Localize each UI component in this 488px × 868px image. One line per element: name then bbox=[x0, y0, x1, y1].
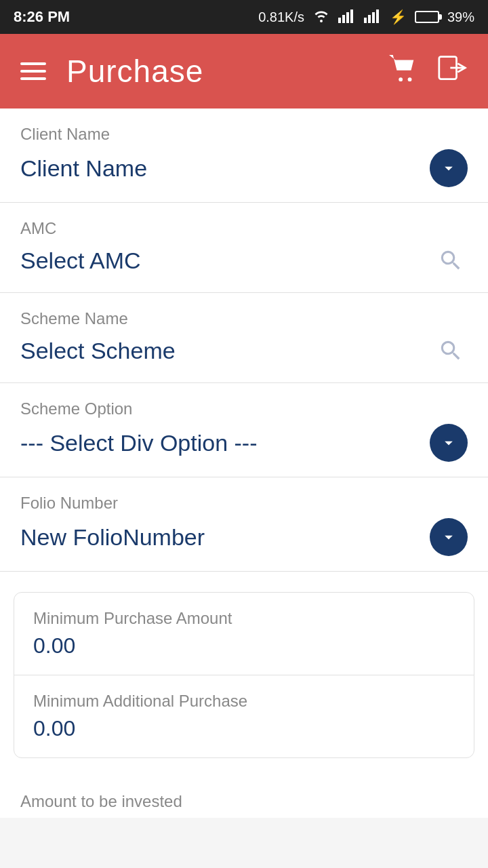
charging-icon: ⚡ bbox=[390, 9, 407, 25]
battery-percent: 39% bbox=[447, 9, 474, 25]
svg-rect-1 bbox=[342, 15, 345, 23]
amc-row: Select AMC bbox=[20, 243, 468, 284]
client-name-value[interactable]: Client Name bbox=[20, 155, 147, 182]
amc-label: AMC bbox=[20, 219, 468, 238]
folio-number-dropdown[interactable] bbox=[430, 518, 468, 556]
svg-rect-5 bbox=[368, 15, 371, 23]
wifi-icon bbox=[312, 8, 330, 26]
scheme-name-section: Scheme Name Select Scheme bbox=[0, 293, 488, 383]
network-speed: 0.81K/s bbox=[258, 9, 304, 25]
main-content: Client Name Client Name AMC Select AMC S… bbox=[0, 108, 488, 818]
scheme-option-value[interactable]: --- Select Div Option --- bbox=[20, 430, 258, 456]
folio-number-value[interactable]: New FolioNumber bbox=[20, 524, 205, 551]
client-name-section: Client Name Client Name bbox=[0, 108, 488, 203]
min-purchase-row: Minimum Purchase Amount 0.00 bbox=[14, 593, 474, 675]
scheme-option-section: Scheme Option --- Select Div Option --- bbox=[0, 383, 488, 477]
page-title: Purchase bbox=[66, 53, 203, 90]
min-additional-label: Minimum Additional Purchase bbox=[33, 692, 455, 711]
scheme-name-row: Select Scheme bbox=[20, 334, 468, 374]
client-name-label: Client Name bbox=[20, 125, 468, 144]
min-additional-row: Minimum Additional Purchase 0.00 bbox=[14, 675, 474, 757]
info-card: Minimum Purchase Amount 0.00 Minimum Add… bbox=[14, 592, 474, 758]
svg-rect-6 bbox=[372, 12, 375, 23]
cart-icon[interactable] bbox=[388, 54, 419, 89]
folio-number-section: Folio Number New FolioNumber bbox=[0, 477, 488, 572]
scheme-option-label: Scheme Option bbox=[20, 399, 468, 418]
folio-number-label: Folio Number bbox=[20, 494, 468, 513]
amc-value[interactable]: Select AMC bbox=[20, 248, 141, 274]
scheme-option-row: --- Select Div Option --- bbox=[20, 424, 468, 469]
amc-search-button[interactable] bbox=[434, 243, 468, 277]
min-purchase-label: Minimum Purchase Amount bbox=[33, 609, 455, 628]
min-additional-value: 0.00 bbox=[33, 716, 455, 741]
svg-rect-2 bbox=[346, 12, 349, 23]
header-left: Purchase bbox=[20, 53, 203, 90]
status-icons: 0.81K/s ⚡ bbox=[258, 8, 474, 26]
scheme-search-button[interactable] bbox=[434, 334, 468, 368]
time: 8:26 PM bbox=[14, 8, 70, 26]
scheme-name-label: Scheme Name bbox=[20, 309, 468, 328]
signal-icon bbox=[338, 8, 356, 26]
status-bar: 8:26 PM 0.81K/s ⚡ bbox=[0, 0, 488, 34]
signal2-icon bbox=[364, 8, 382, 26]
header-right bbox=[388, 54, 468, 89]
svg-rect-7 bbox=[376, 9, 379, 23]
amount-label: Amount to be invested bbox=[0, 778, 488, 818]
folio-number-row: New FolioNumber bbox=[20, 518, 468, 563]
svg-point-8 bbox=[399, 77, 403, 81]
header: Purchase bbox=[0, 34, 488, 108]
scheme-option-dropdown[interactable] bbox=[430, 424, 468, 462]
svg-rect-4 bbox=[364, 18, 367, 23]
client-name-row: Client Name bbox=[20, 149, 468, 194]
svg-rect-3 bbox=[350, 9, 353, 23]
min-purchase-value: 0.00 bbox=[33, 633, 455, 658]
scheme-name-value[interactable]: Select Scheme bbox=[20, 338, 176, 364]
amc-section: AMC Select AMC bbox=[0, 203, 488, 293]
battery-icon bbox=[415, 11, 439, 23]
svg-point-9 bbox=[408, 77, 412, 81]
svg-rect-0 bbox=[338, 18, 341, 23]
logout-icon[interactable] bbox=[438, 54, 468, 89]
menu-button[interactable] bbox=[20, 62, 46, 80]
client-name-dropdown[interactable] bbox=[430, 149, 468, 187]
